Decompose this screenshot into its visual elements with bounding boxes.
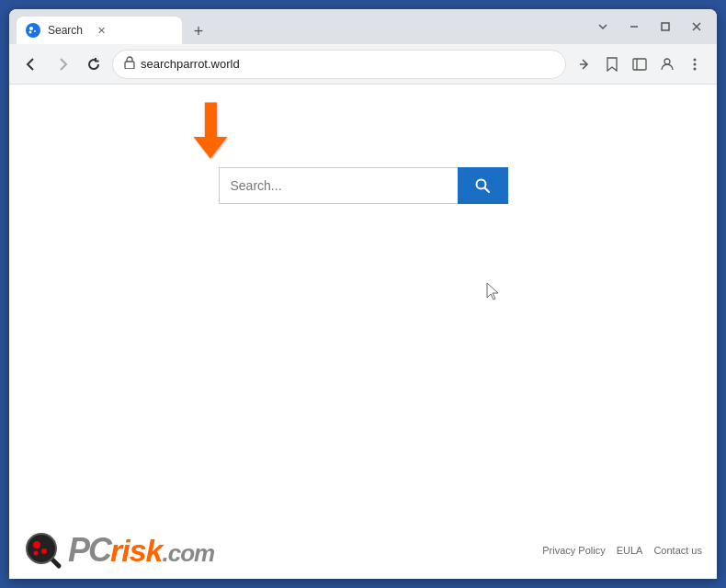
svg-marker-16 <box>194 102 228 158</box>
logo-text: PC risk .com <box>68 531 214 570</box>
logo-pc: PC <box>68 531 110 570</box>
tab-area: Search ✕ + <box>17 9 590 44</box>
annotation-arrow <box>179 98 234 163</box>
active-tab[interactable]: Search ✕ <box>17 17 182 44</box>
main-area <box>9 85 717 522</box>
svg-point-12 <box>664 59 670 64</box>
svg-point-14 <box>694 62 697 65</box>
maximize-button[interactable] <box>652 14 678 40</box>
svg-point-3 <box>34 30 36 32</box>
lock-icon <box>124 56 135 72</box>
svg-rect-10 <box>633 59 646 70</box>
pcrisk-logo-icon <box>24 531 62 570</box>
svg-line-23 <box>52 560 59 566</box>
logo-risk: risk <box>110 533 163 569</box>
close-button[interactable] <box>684 14 709 40</box>
svg-line-18 <box>485 188 490 193</box>
svg-rect-5 <box>662 23 669 30</box>
profile-button[interactable] <box>654 51 680 77</box>
tab-close-button[interactable]: ✕ <box>94 23 108 38</box>
page-content: PC risk .com Privacy Policy EULA Contact… <box>9 85 717 579</box>
window-controls <box>590 14 709 40</box>
navigation-bar: searchparrot.world <box>9 44 717 85</box>
svg-point-20 <box>33 541 40 548</box>
chevron-down-button[interactable] <box>590 14 616 40</box>
contact-us-link[interactable]: Contact us <box>653 545 702 556</box>
search-input[interactable] <box>219 167 458 204</box>
browser-window: Search ✕ + <box>9 9 717 579</box>
svg-point-13 <box>694 58 697 61</box>
sidebar-button[interactable] <box>627 51 652 77</box>
footer-links: Privacy Policy EULA Contact us <box>542 545 702 556</box>
title-bar: Search ✕ + <box>9 9 717 44</box>
svg-point-1 <box>29 27 33 30</box>
back-button[interactable] <box>18 51 44 77</box>
privacy-policy-link[interactable]: Privacy Policy <box>542 545 605 556</box>
reload-button[interactable] <box>81 51 107 77</box>
svg-point-22 <box>34 551 39 556</box>
address-text: searchparrot.world <box>141 57 240 71</box>
search-button[interactable] <box>458 167 508 204</box>
page-footer: PC risk .com Privacy Policy EULA Contact… <box>9 522 717 579</box>
new-tab-button[interactable]: + <box>186 18 211 44</box>
search-icon <box>474 177 491 194</box>
svg-point-0 <box>27 24 40 37</box>
bookmark-button[interactable] <box>599 51 625 77</box>
forward-button[interactable] <box>50 51 75 77</box>
nav-actions <box>572 51 708 77</box>
menu-button[interactable] <box>682 51 708 77</box>
cursor-indicator <box>485 282 500 304</box>
search-widget <box>219 167 508 204</box>
share-button[interactable] <box>572 51 597 77</box>
eula-link[interactable]: EULA <box>617 545 643 556</box>
minimize-button[interactable] <box>621 14 647 40</box>
svg-rect-8 <box>125 62 134 69</box>
tab-title: Search <box>48 24 83 37</box>
svg-point-15 <box>694 67 697 70</box>
footer-logo: PC risk .com <box>24 531 214 570</box>
logo-com: .com <box>163 539 215 568</box>
tab-favicon <box>26 23 40 38</box>
address-bar[interactable]: searchparrot.world <box>112 50 566 79</box>
svg-point-21 <box>41 548 47 554</box>
svg-point-2 <box>29 31 32 34</box>
